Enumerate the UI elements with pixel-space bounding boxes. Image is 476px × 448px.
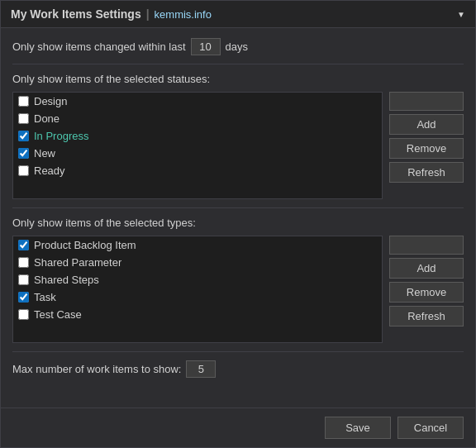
footer: Save Cancel: [1, 407, 475, 447]
types-section: Product Backlog ItemShared ParameterShar…: [12, 236, 464, 343]
list-item-checkbox[interactable]: [18, 96, 29, 107]
divider-3: [12, 351, 464, 352]
header-title-group: My Work Items Settings | kemmis.info: [11, 7, 212, 21]
list-item-checkbox[interactable]: [18, 131, 29, 141]
max-input[interactable]: [186, 360, 216, 378]
list-item-checkbox[interactable]: [18, 309, 29, 320]
list-item-label: Shared Parameter: [34, 256, 121, 269]
header: My Work Items Settings | kemmis.info ▼: [1, 1, 475, 28]
list-item[interactable]: Ready: [13, 162, 382, 179]
divider-2: [12, 207, 464, 208]
list-item[interactable]: Design: [13, 93, 382, 110]
list-item-checkbox[interactable]: [18, 113, 29, 124]
max-row: Max number of work items to show:: [12, 360, 464, 378]
days-row: Only show items changed within last days: [12, 38, 464, 55]
max-label: Max number of work items to show:: [12, 363, 181, 375]
list-item-label: Ready: [34, 164, 65, 177]
content-area: Only show items changed within last days…: [1, 28, 475, 407]
save-button[interactable]: Save: [325, 417, 391, 439]
days-input[interactable]: [191, 38, 221, 55]
types-side-buttons: Add Remove Refresh: [389, 236, 464, 326]
statuses-refresh-button[interactable]: Refresh: [389, 162, 464, 183]
statuses-text-input[interactable]: [389, 92, 464, 111]
main-window: My Work Items Settings | kemmis.info ▼ O…: [0, 0, 476, 448]
list-item-label: Test Case: [34, 308, 82, 321]
statuses-side-buttons: Add Remove Refresh: [389, 92, 464, 183]
list-item-checkbox[interactable]: [18, 148, 29, 159]
statuses-add-button[interactable]: Add: [389, 114, 464, 135]
cancel-button[interactable]: Cancel: [397, 417, 464, 439]
list-item-checkbox[interactable]: [18, 274, 29, 285]
types-remove-button[interactable]: Remove: [389, 282, 464, 303]
list-item[interactable]: Product Backlog Item: [13, 236, 382, 254]
list-item-label: Shared Steps: [34, 274, 99, 286]
types-add-button[interactable]: Add: [389, 258, 464, 279]
types-refresh-button[interactable]: Refresh: [389, 306, 464, 326]
list-item[interactable]: New: [13, 145, 382, 162]
list-item[interactable]: Test Case: [13, 306, 382, 323]
header-subtitle: kemmis.info: [155, 8, 212, 21]
types-text-input[interactable]: [389, 236, 464, 255]
types-list[interactable]: Product Backlog ItemShared ParameterShar…: [12, 236, 383, 343]
list-item-label: In Progress: [34, 130, 88, 142]
list-item-label: Done: [34, 112, 60, 125]
list-item[interactable]: Done: [13, 110, 382, 127]
list-item[interactable]: Task: [13, 288, 382, 306]
divider-1: [12, 64, 464, 64]
statuses-list[interactable]: DesignDoneIn ProgressNewReady: [12, 92, 383, 199]
list-item-label: Design: [34, 95, 67, 107]
list-item-checkbox[interactable]: [18, 165, 29, 176]
list-item-label: Product Backlog Item: [34, 239, 136, 251]
list-item-checkbox[interactable]: [18, 240, 29, 250]
window-title: My Work Items Settings: [11, 7, 141, 21]
list-item-label: New: [34, 147, 55, 160]
list-item[interactable]: Shared Parameter: [13, 254, 382, 271]
statuses-label: Only show items of the selected statuses…: [12, 73, 464, 85]
list-item[interactable]: In Progress: [13, 127, 382, 145]
dropdown-icon[interactable]: ▼: [457, 10, 465, 19]
list-item-label: Task: [34, 291, 56, 303]
title-separator: |: [146, 7, 150, 21]
types-label: Only show items of the selected types:: [12, 217, 464, 229]
list-item-checkbox[interactable]: [18, 292, 29, 303]
list-item[interactable]: Shared Steps: [13, 271, 382, 288]
statuses-section: DesignDoneIn ProgressNewReady Add Remove…: [12, 92, 464, 199]
days-prefix: Only show items changed within last: [12, 41, 186, 53]
statuses-remove-button[interactable]: Remove: [389, 138, 464, 159]
list-item-checkbox[interactable]: [18, 257, 29, 268]
days-suffix: days: [226, 41, 248, 53]
